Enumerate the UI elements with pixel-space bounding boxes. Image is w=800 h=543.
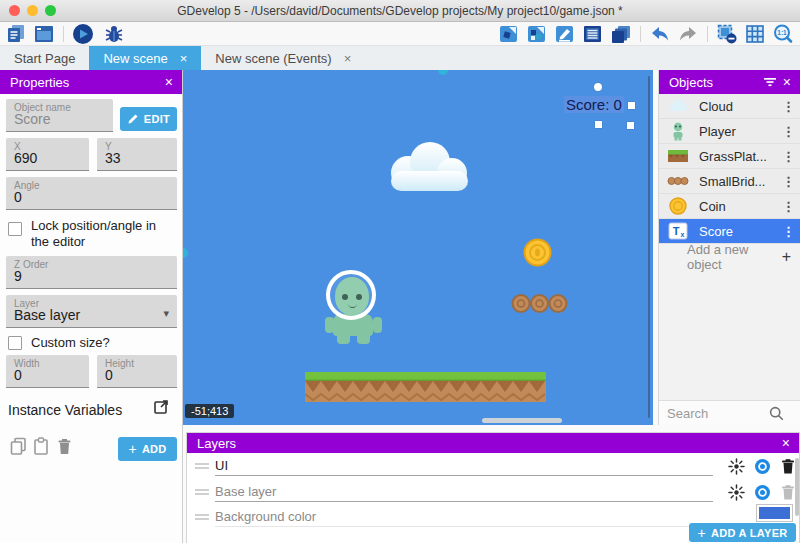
object-groups-icon[interactable]: [526, 24, 548, 44]
cloud-thumbnail-icon: [666, 96, 690, 116]
undo-icon[interactable]: [649, 24, 671, 44]
score-text-instance[interactable]: Score: 0: [564, 96, 624, 114]
object-row-grassplatform[interactable]: GrassPlat... ⋮: [659, 144, 800, 169]
objects-panel-icon[interactable]: [498, 24, 520, 44]
paste-icon[interactable]: [33, 437, 51, 457]
drag-handle-icon[interactable]: [195, 487, 209, 497]
object-menu-icon[interactable]: ⋮: [782, 224, 794, 239]
object-row-smallbridge[interactable]: SmallBrid... ⋮: [659, 169, 800, 194]
layers-header: Layers ×: [187, 433, 799, 453]
object-menu-icon[interactable]: ⋮: [782, 199, 794, 214]
edit-object-button[interactable]: EDIT: [120, 107, 177, 131]
layer-visibility-icon[interactable]: [753, 483, 771, 501]
y-position-field[interactable]: Y 33: [97, 138, 177, 171]
mask-icon[interactable]: [716, 24, 738, 44]
layer-name-input-base[interactable]: [215, 482, 713, 502]
score-text: Score: 0: [564, 96, 624, 113]
layer-effects-icon[interactable]: [727, 457, 745, 475]
selection-handle-right[interactable]: [628, 102, 635, 109]
selection-handle-bottom[interactable]: [595, 121, 602, 128]
close-icon[interactable]: ×: [165, 74, 173, 90]
small-bridge-instance[interactable]: [511, 293, 568, 318]
project-manager-icon[interactable]: [5, 24, 27, 44]
player-instance[interactable]: [325, 270, 382, 344]
angle-field[interactable]: Angle 0: [6, 177, 177, 210]
grid-icon[interactable]: [744, 24, 766, 44]
close-icon[interactable]: ×: [783, 74, 791, 90]
copy-icon[interactable]: [10, 437, 28, 457]
x-position-field[interactable]: X 690: [6, 138, 89, 171]
main-toolbar: 1:1: [0, 22, 800, 46]
tab-new-scene-events[interactable]: New scene (Events) ×: [201, 46, 365, 70]
scroll-dot-top[interactable]: [438, 70, 448, 75]
player-leg: [337, 334, 350, 344]
layer-row-base: [187, 479, 800, 505]
object-search-row: [659, 400, 800, 425]
plus-icon: +: [782, 248, 791, 266]
tab-new-scene[interactable]: New scene ×: [89, 46, 201, 70]
player-arm: [325, 317, 334, 333]
edit-scene-icon[interactable]: [554, 24, 576, 44]
search-icon[interactable]: [767, 404, 785, 422]
lock-position-checkbox[interactable]: [8, 222, 22, 236]
trash-icon[interactable]: [57, 437, 75, 457]
tab-close-icon[interactable]: ×: [344, 51, 352, 66]
object-menu-icon[interactable]: ⋮: [782, 174, 794, 189]
layer-effects-icon[interactable]: [727, 483, 745, 501]
tab-start-page[interactable]: Start Page: [0, 46, 89, 70]
debugger-icon[interactable]: [103, 24, 125, 44]
background-color-swatch-box[interactable]: [756, 504, 793, 522]
scene-window-icon[interactable]: [33, 24, 55, 44]
coin-thumbnail-icon: [666, 196, 690, 216]
grass-platform-instance[interactable]: [305, 372, 546, 406]
cloud-instance[interactable]: [378, 138, 478, 198]
custom-size-label: Custom size?: [31, 335, 110, 351]
layers-scrollbar[interactable]: [795, 458, 799, 516]
layer-dropdown[interactable]: Layer Base layer ▾: [6, 295, 177, 328]
object-name-field[interactable]: Object name Score: [6, 99, 113, 132]
object-menu-icon[interactable]: ⋮: [782, 149, 794, 164]
plus-icon: +: [697, 525, 705, 541]
add-layer-button[interactable]: + ADD A LAYER: [689, 523, 796, 542]
instances-list-icon[interactable]: [582, 24, 604, 44]
object-search-input[interactable]: [667, 406, 767, 421]
width-field[interactable]: Width 0: [6, 355, 89, 388]
object-menu-icon[interactable]: ⋮: [782, 124, 794, 139]
scene-horizontal-scrollbar[interactable]: [482, 418, 562, 423]
properties-panel: Properties × Object name Score EDIT X 69…: [0, 70, 183, 543]
tab-close-icon[interactable]: ×: [180, 51, 188, 66]
background-color-swatch[interactable]: [759, 507, 790, 519]
zoom-original-icon[interactable]: 1:1: [772, 24, 794, 44]
coin-instance[interactable]: [523, 238, 552, 271]
scroll-dot-left[interactable]: [183, 248, 188, 258]
selection-handle-top[interactable]: [594, 83, 602, 91]
object-row-cloud[interactable]: Cloud ⋮: [659, 94, 800, 119]
drag-handle-icon[interactable]: [195, 461, 209, 471]
object-row-score[interactable]: Tx Score ⋮: [659, 219, 800, 244]
custom-size-checkbox[interactable]: [8, 336, 22, 350]
layers-panel-icon[interactable]: [610, 24, 632, 44]
svg-text:T: T: [673, 225, 680, 237]
objects-panel: Objects × Cloud ⋮ Player ⋮ GrassPlat...: [658, 70, 800, 425]
svg-text:1:1: 1:1: [777, 29, 787, 36]
play-icon[interactable]: [72, 24, 94, 44]
add-new-object-button[interactable]: Add a new object +: [659, 244, 800, 269]
add-variable-button[interactable]: + ADD: [118, 437, 177, 461]
z-order-field[interactable]: Z Order 9: [6, 256, 177, 289]
lock-position-label: Lock position/angle in the editor: [31, 218, 177, 250]
filter-icon[interactable]: [761, 73, 779, 91]
redo-icon[interactable]: [677, 24, 699, 44]
object-menu-icon[interactable]: ⋮: [782, 99, 794, 114]
close-icon[interactable]: ×: [782, 435, 790, 451]
text-object-thumbnail-icon: Tx: [666, 221, 690, 241]
instance-variables-label: Instance Variables: [8, 402, 122, 418]
open-in-new-icon[interactable]: [153, 399, 171, 419]
layer-visibility-icon[interactable]: [753, 457, 771, 475]
scene-vertical-scrollbar[interactable]: [648, 76, 650, 418]
height-field[interactable]: Height 0: [97, 355, 177, 388]
layer-name-input-ui[interactable]: [215, 456, 713, 476]
object-row-coin[interactable]: Coin ⋮: [659, 194, 800, 219]
object-row-player[interactable]: Player ⋮: [659, 119, 800, 144]
selection-handle-corner[interactable]: [627, 122, 634, 129]
scene-canvas[interactable]: Score: 0 -51;413: [183, 70, 653, 425]
